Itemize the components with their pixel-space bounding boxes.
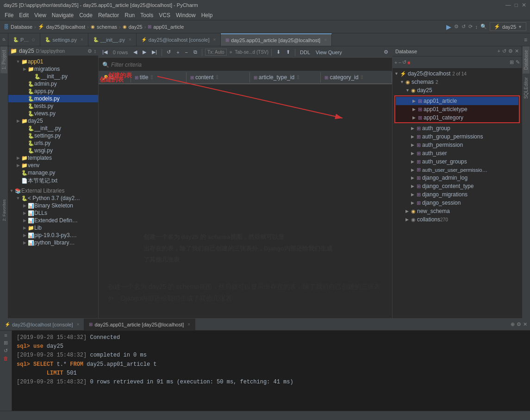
- db-item-django-session[interactable]: ▶ ⊞ django_session: [393, 199, 522, 207]
- tree-item-pip[interactable]: ▶ 📊 pip-19.0.3-py3.…: [8, 232, 98, 239]
- col-article-type[interactable]: ⊞ article_type_id ⇕: [250, 72, 321, 82]
- tab-init[interactable]: 🐍 __init__.py ×: [88, 33, 137, 46]
- console-plus-btn[interactable]: ⊕: [511, 321, 515, 327]
- console-icon-3[interactable]: ↺: [4, 348, 8, 354]
- tree-item-views[interactable]: 🐍 views.py: [8, 110, 98, 117]
- menu-edit[interactable]: Edit: [16, 11, 31, 19]
- menu-navigate[interactable]: Navigate: [49, 11, 76, 19]
- nav-prev-btn[interactable]: ◀: [131, 48, 139, 56]
- tree-item-venv[interactable]: ▶ 📁 venv: [8, 162, 98, 169]
- menu-run[interactable]: Run: [122, 11, 137, 19]
- console-icon-4[interactable]: 🗑: [3, 356, 8, 361]
- clone-btn[interactable]: ⧉: [192, 48, 199, 56]
- db-item-app01-articletype[interactable]: ▶ ⊞ app01_articletype: [396, 105, 518, 113]
- tree-item-apps[interactable]: 🐍 apps.py: [8, 88, 98, 95]
- refresh-btn[interactable]: ↺: [165, 48, 173, 56]
- nav-first-btn[interactable]: |◀: [100, 48, 109, 56]
- menu-window[interactable]: Window: [173, 11, 199, 19]
- console-icon-1[interactable]: ≡: [4, 332, 7, 338]
- db-toolbar-plus[interactable]: +: [394, 60, 397, 65]
- tree-item-app01[interactable]: ▼ 📁 app01: [8, 58, 98, 65]
- favorites-tab[interactable]: 2: Favorites: [1, 196, 7, 224]
- breadcrumb-toolbar-btn2[interactable]: ↺: [461, 24, 466, 30]
- breadcrumb-table[interactable]: app01_article: [153, 24, 184, 30]
- tree-item-day25-init[interactable]: 🐍 __init__.py: [8, 125, 98, 132]
- menu-code[interactable]: Code: [76, 11, 95, 19]
- breadcrumb-host[interactable]: day25@localhost: [46, 24, 86, 30]
- breadcrumb-schemas[interactable]: schemas: [97, 24, 117, 30]
- tab-py[interactable]: 🐍 P… ⚙: [8, 33, 40, 46]
- tree-item-notes[interactable]: 📄 本节笔记.txt: [8, 176, 98, 185]
- console-icon-2[interactable]: ⊞: [4, 340, 8, 346]
- breadcrumb-toolbar-btn1[interactable]: ⚙: [454, 24, 459, 30]
- db-toolbar-stop[interactable]: ■: [407, 60, 411, 65]
- db-item-auth-group[interactable]: ▶ ⊞ auth_group: [393, 124, 522, 132]
- db-item-auth-user-perm[interactable]: ▶ ⊞ auth_user_user_permissio…: [393, 166, 522, 174]
- project-tab-label[interactable]: P: [2, 38, 6, 41]
- minimize-button[interactable]: —: [505, 2, 511, 8]
- db-refresh-btn[interactable]: ↺: [502, 48, 506, 54]
- col-category[interactable]: ⊞ category_id ⇕: [321, 72, 392, 82]
- close-button[interactable]: ✕: [522, 2, 526, 8]
- breadcrumb-toolbar-btn3[interactable]: ⟳: [468, 24, 473, 30]
- db-toolbar-minus[interactable]: −: [398, 60, 401, 65]
- db-settings-btn[interactable]: ⚙: [508, 48, 513, 54]
- export-btn[interactable]: ⬇: [274, 48, 282, 56]
- tree-item-templates[interactable]: ▶ 📁 templates: [8, 154, 98, 162]
- console-tab-main[interactable]: ⚡ day25@localhost [console] ×: [0, 319, 84, 330]
- db-toolbar-grid[interactable]: ⊞: [510, 59, 514, 65]
- console-settings-btn[interactable]: ⚙: [517, 321, 521, 327]
- menu-refactor[interactable]: Refactor: [95, 11, 122, 19]
- console-tab-article[interactable]: ⊞ day25.app01_article [day25@localhost] …: [84, 319, 195, 330]
- tree-item-dlls[interactable]: ▶ 📊 DLLs: [8, 209, 98, 217]
- col-content[interactable]: ⊞ content ⇕: [187, 72, 250, 82]
- tree-item-day25-pkg[interactable]: ▶ 📁 day25: [8, 117, 98, 125]
- tree-item-tests[interactable]: 🐍 tests.py: [8, 102, 98, 110]
- tree-item-wsgi[interactable]: 🐍 wsgi.py: [8, 147, 98, 154]
- sqleditor-vertical-tab[interactable]: SQLEditor: [523, 74, 530, 102]
- console-close-btn[interactable]: ✕: [523, 321, 527, 327]
- breadcrumb-database[interactable]: Database: [11, 24, 32, 30]
- db-item-auth-group-perm[interactable]: ▶ ⊞ auth_group_permissions: [393, 132, 522, 141]
- menu-file[interactable]: File: [2, 11, 16, 19]
- tree-item-ext-libs[interactable]: ▼ 📚 External Libraries: [8, 187, 98, 194]
- tree-item-python37[interactable]: ▼ 🐍 < Python 3.7 (day2…: [8, 194, 98, 202]
- db-toolbar-edit[interactable]: ✎: [516, 59, 520, 65]
- db-item-auth-user[interactable]: ▶ ⊞ auth_user: [393, 149, 522, 157]
- db-item-connection[interactable]: ▼ ⚡ day25@localhost 2 of 14: [393, 69, 522, 78]
- tree-item-manage[interactable]: 🐍 manage.py: [8, 169, 98, 176]
- col-id[interactable]: 🔑 id ⇕: [99, 72, 131, 82]
- db-add-btn[interactable]: +: [498, 48, 500, 54]
- filter-input[interactable]: [111, 62, 388, 68]
- tab-settings[interactable]: 🐍 settings.py ×: [40, 33, 88, 46]
- menu-tools[interactable]: Tools: [137, 11, 156, 19]
- tree-item-lib[interactable]: ▶ 📁 Lib: [8, 224, 98, 232]
- tree-item-extended[interactable]: ▶ 📊 Extended Defin…: [8, 217, 98, 224]
- add-row-btn[interactable]: +: [175, 49, 181, 56]
- db-toolbar-refresh[interactable]: ↺: [402, 59, 406, 65]
- menu-view[interactable]: View: [31, 11, 49, 19]
- tree-item-migrations[interactable]: ▶ 📁 migrations: [8, 65, 98, 73]
- db-item-app01-category[interactable]: ▶ ⊞ app01_category: [396, 113, 518, 122]
- project-settings-btn[interactable]: ⚙: [87, 48, 92, 54]
- tree-item-python-lib[interactable]: ▶ 📊 python_library…: [8, 239, 98, 246]
- db-item-auth-user-groups[interactable]: ▶ ⊞ auth_user_groups: [393, 157, 522, 166]
- breadcrumb-toolbar-btn4[interactable]: ↕: [475, 24, 478, 30]
- project-collapse-btn[interactable]: ↕: [94, 48, 97, 54]
- db-item-django-admin-log[interactable]: ▶ ⊞ django_admin_log: [393, 174, 522, 182]
- subtract-btn[interactable]: −: [183, 49, 190, 56]
- day25-dropdown[interactable]: ⚡ day25 ▼: [490, 22, 526, 31]
- tree-item-binary-skeleton[interactable]: ▶ 📊 Binary Skeleton: [8, 202, 98, 209]
- db-item-collations[interactable]: ▶ ◉ collations 270: [393, 215, 522, 224]
- db-item-app01-article[interactable]: ▶ ⊞ app01_article: [396, 97, 518, 105]
- db-item-new-schema[interactable]: ▶ ◉ new_schema: [393, 207, 522, 215]
- db-item-django-migrations[interactable]: ▶ ⊞ django_migrations: [393, 190, 522, 199]
- tab-menu-icon[interactable]: ≡: [524, 37, 527, 43]
- db-item-auth-perm[interactable]: ▶ ⊞ auth_permission: [393, 141, 522, 149]
- tree-item-settings[interactable]: 🐍 settings.py: [8, 132, 98, 139]
- tree-item-admin[interactable]: 🐍 admin.py: [8, 80, 98, 88]
- project-vertical-tab[interactable]: 1: Project: [0, 46, 7, 73]
- breadcrumb-toolbar-btn5[interactable]: 🔍: [480, 24, 487, 30]
- toolbar-settings-btn[interactable]: ⚙: [382, 48, 390, 56]
- tab-console[interactable]: ⚡ day25@localhost [console] ×: [137, 33, 221, 46]
